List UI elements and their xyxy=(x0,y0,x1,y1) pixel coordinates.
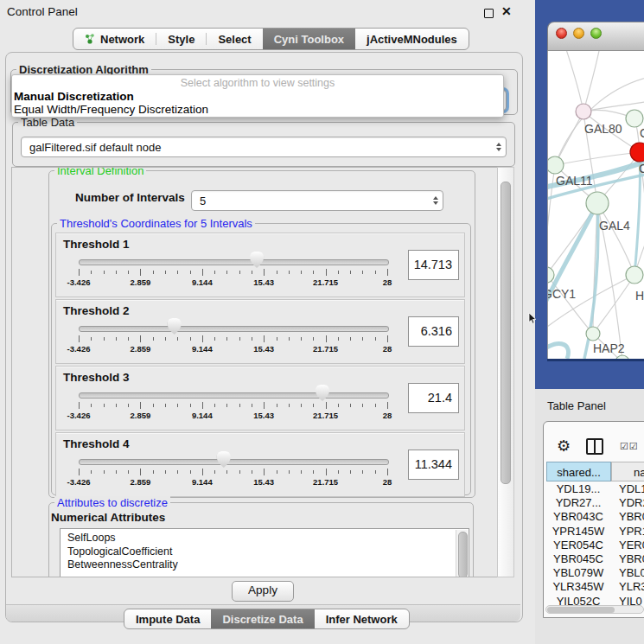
table-row[interactable]: YPR145WYPR1 xyxy=(545,525,644,539)
slider-tick-labels: -3.4262.8599.14415.4321.71528 xyxy=(79,411,387,421)
minimize-traffic-light-icon[interactable] xyxy=(573,28,584,39)
combo-stepper-icon xyxy=(433,196,438,205)
dropdown-prompt-item[interactable]: Select algorithm to view settings xyxy=(12,77,503,89)
threshold-slider-track[interactable] xyxy=(79,326,389,332)
settings-scrollbar[interactable] xyxy=(497,167,514,577)
tab-select[interactable]: Select xyxy=(207,29,262,49)
table-data-combobox-value: galFiltered.sif default node xyxy=(29,141,161,154)
cell-shared-name: YER054C xyxy=(545,539,611,552)
apply-button[interactable]: Apply xyxy=(232,581,294,602)
network-canvas[interactable]: GAL80GACGAL11GAL4GCY1HHAP2 xyxy=(547,51,644,359)
threshold-label: Threshold 1 xyxy=(63,238,130,251)
network-node-GCY1[interactable] xyxy=(548,267,554,283)
tab-network[interactable]: Network xyxy=(73,29,156,49)
interval-definition-group: Interval Definition Number of Intervals … xyxy=(48,170,475,498)
table-row[interactable]: YIL052CYIL0 xyxy=(545,595,644,606)
threshold-value-field[interactable]: 6.316 xyxy=(408,316,459,347)
tab-style[interactable]: Style xyxy=(156,29,206,49)
table-row[interactable]: YER054CYER0 xyxy=(545,539,644,552)
float-window-icon[interactable] xyxy=(484,9,494,18)
network-node-GAL4[interactable] xyxy=(586,192,609,214)
threshold-slider-track[interactable] xyxy=(79,459,389,465)
threshold-slider-track[interactable] xyxy=(79,259,389,265)
column-header-shared[interactable]: shared... xyxy=(546,462,611,481)
threshold-label: Threshold 4 xyxy=(63,437,130,450)
threshold-panel-4: Threshold 4-3.4262.8599.14415.4321.71528… xyxy=(55,432,465,497)
attributes-list-scrollbar[interactable] xyxy=(456,530,468,577)
select-columns-icon[interactable]: ☑☑ xyxy=(620,441,639,452)
slider-tick-marks xyxy=(79,402,387,410)
thresholds-group: Threshold's Coordinates for 5 Intervals … xyxy=(51,223,471,495)
network-edge xyxy=(548,165,555,267)
table-row[interactable]: YBL079WYBL0 xyxy=(545,566,644,580)
table-row[interactable]: YLR345WYLR3 xyxy=(545,580,644,594)
tab-jactivemnodules[interactable]: jActiveMNodules xyxy=(355,29,469,49)
interval-definition-group-title: Interval Definition xyxy=(54,167,146,177)
threshold-value-field[interactable]: 14.713 xyxy=(408,250,459,280)
close-traffic-light-icon[interactable] xyxy=(556,28,567,39)
network-window-titlebar[interactable] xyxy=(547,22,644,51)
table-row[interactable]: YBR043CYBR0 xyxy=(545,510,644,524)
combo-stepper-icon xyxy=(496,143,501,151)
attributes-list-scrollbar-thumb[interactable] xyxy=(458,532,468,577)
network-node-label: H xyxy=(635,289,644,303)
slider-tick-labels: -3.4262.8599.14415.4321.71528 xyxy=(79,477,387,488)
table-row[interactable]: YBR045CYBR0 xyxy=(545,552,644,566)
threshold-slider-thumb[interactable] xyxy=(168,318,182,335)
gear-icon[interactable]: ⚙ xyxy=(557,437,571,455)
cell-name: YDR2 xyxy=(611,496,644,510)
table-row[interactable]: YDL19...YDL1 xyxy=(545,482,644,496)
table-horizontal-scrollbar[interactable] xyxy=(545,605,644,614)
column-layout-icon[interactable] xyxy=(586,438,603,455)
threshold-value-field[interactable]: 21.4 xyxy=(408,383,459,413)
cell-shared-name: YLR345W xyxy=(545,580,611,594)
network-node-GAL11[interactable] xyxy=(548,156,564,174)
cell-shared-name: YIL052C xyxy=(545,595,611,606)
number-of-intervals-label: Number of Intervals xyxy=(75,191,185,204)
dropdown-item-equal-width[interactable]: Equal Width/Frequency Discretization xyxy=(14,103,208,116)
table-panel-title: Table Panel xyxy=(547,399,606,412)
table-rows: YDL19...YDL1YDR27...YDR2YBR043CYBR0YPR14… xyxy=(545,482,644,605)
cell-shared-name: YBR045C xyxy=(545,552,611,566)
tab-discretize-data[interactable]: Discretize Data xyxy=(211,609,314,628)
table-row[interactable]: YDR27...YDR2 xyxy=(545,496,644,510)
attr-items: SelfLoopsTopologicalCoefficientBetweenne… xyxy=(61,529,469,572)
network-node-rightH[interactable] xyxy=(626,266,643,284)
attribute-list-item[interactable]: BetweennessCentrality xyxy=(61,558,469,572)
threshold-value-field[interactable]: 11.344 xyxy=(408,450,459,480)
network-edge xyxy=(583,51,600,112)
threshold-slider-thumb[interactable] xyxy=(217,451,231,468)
bottom-tabbar: Impute Data Discretize Data Infer Networ… xyxy=(124,609,410,629)
threshold-slider-track[interactable] xyxy=(79,392,389,399)
slider-tick-marks xyxy=(79,335,387,343)
network-node-red[interactable] xyxy=(630,143,644,162)
threshold-slider-thumb[interactable] xyxy=(250,252,264,268)
network-node-HAP2[interactable] xyxy=(586,327,600,341)
table-data-combobox[interactable]: galFiltered.sif default node xyxy=(21,137,507,157)
tab-cyni-toolbox[interactable]: Cyni Toolbox xyxy=(263,29,355,49)
threshold-panel-1: Threshold 1-3.4262.8599.14415.4321.71528… xyxy=(55,233,465,297)
table-horizontal-scrollbar-thumb[interactable] xyxy=(547,607,615,613)
network-node-pink[interactable] xyxy=(576,104,591,119)
attributes-group-title: Attributes to discretize xyxy=(54,496,170,509)
network-node-green1[interactable] xyxy=(626,110,643,127)
cell-name: YIL0 xyxy=(611,595,642,606)
network-node-label: GAL4 xyxy=(599,219,630,233)
dropdown-item-manual-discretization[interactable]: Manual Discretization xyxy=(14,90,134,103)
network-window-bottom-border xyxy=(547,359,644,361)
thresholds-group-title: Threshold's Coordinates for 5 Intervals xyxy=(57,217,255,230)
number-of-intervals-combobox[interactable]: 5 xyxy=(191,190,443,211)
attribute-list-item[interactable]: TopologicalCoefficient xyxy=(61,545,469,559)
cell-name: YBR0 xyxy=(611,510,644,524)
tab-infer-network[interactable]: Infer Network xyxy=(315,609,409,628)
threshold-slider-thumb[interactable] xyxy=(316,385,329,401)
attribute-list-item[interactable]: SelfLoops xyxy=(61,532,469,545)
threshold-panel-2: Threshold 2-3.4262.8599.14415.4321.71528… xyxy=(55,299,465,364)
zoom-traffic-light-icon[interactable] xyxy=(590,28,602,39)
network-edge xyxy=(593,275,634,334)
close-icon[interactable]: ✕ xyxy=(501,4,512,18)
settings-scrollbar-thumb[interactable] xyxy=(501,182,511,484)
network-edge xyxy=(548,344,568,359)
column-header-name[interactable]: na xyxy=(611,462,644,481)
tab-impute-data[interactable]: Impute Data xyxy=(124,609,211,628)
